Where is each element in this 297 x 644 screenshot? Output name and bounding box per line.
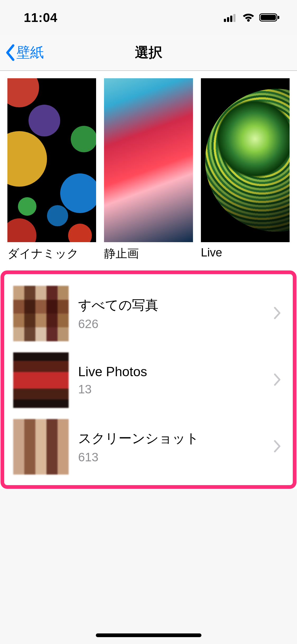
album-row-live-photos[interactable]: Live Photos 13: [7, 350, 290, 416]
album-title: スクリーンショット: [78, 430, 264, 447]
chevron-right-icon: [273, 307, 284, 320]
album-title: Live Photos: [78, 364, 264, 379]
wallpaper-category-label: 静止画: [104, 242, 193, 268]
album-text: すべての写真 626: [78, 296, 264, 331]
battery-icon: [259, 13, 280, 22]
status-icons: [224, 13, 280, 22]
back-button[interactable]: 壁紙: [5, 35, 44, 70]
status-bar: 11:04: [0, 0, 297, 35]
status-time: 11:04: [24, 10, 58, 25]
album-count: 626: [78, 317, 264, 331]
album-count: 613: [78, 450, 264, 464]
page-title: 選択: [135, 43, 162, 62]
wallpaper-category-still[interactable]: 静止画: [104, 78, 193, 268]
svg-rect-0: [224, 19, 226, 22]
nav-bar: 壁紙 選択: [0, 35, 297, 71]
back-label: 壁紙: [16, 43, 44, 62]
album-thumbnail: [13, 419, 69, 475]
album-text: Live Photos 13: [78, 364, 264, 396]
album-count: 13: [78, 382, 264, 396]
album-text: スクリーンショット 613: [78, 430, 264, 464]
svg-rect-6: [278, 16, 279, 19]
wallpaper-thumb-dynamic: [7, 78, 96, 242]
svg-rect-5: [261, 15, 276, 20]
home-indicator[interactable]: [96, 633, 201, 637]
wallpaper-category-label: Live: [201, 242, 290, 265]
album-row-screenshots[interactable]: スクリーンショット 613: [7, 416, 290, 477]
wallpaper-category-live[interactable]: Live: [201, 78, 290, 268]
chevron-right-icon: [273, 440, 284, 454]
svg-rect-1: [227, 17, 229, 22]
wallpaper-category-label: ダイナミック: [7, 242, 96, 268]
album-thumbnail: [13, 352, 69, 408]
album-list-highlight: すべての写真 626 Live Photos 13 スクリーンショット 613: [1, 270, 296, 489]
wallpaper-category-dynamic[interactable]: ダイナミック: [7, 78, 96, 268]
chevron-right-icon: [273, 373, 284, 387]
wallpaper-category-row: ダイナミック 静止画 Live: [0, 71, 297, 270]
svg-rect-3: [233, 14, 235, 22]
wallpaper-thumb-live: [201, 78, 290, 242]
cellular-icon: [224, 13, 238, 22]
album-section: すべての写真 626 Live Photos 13 スクリーンショット 613: [0, 270, 297, 489]
wallpaper-thumb-still: [104, 78, 193, 242]
svg-rect-2: [230, 16, 232, 22]
album-row-all-photos[interactable]: すべての写真 626: [7, 283, 290, 350]
album-thumbnail: [13, 286, 69, 341]
chevron-left-icon: [5, 44, 16, 61]
wifi-icon: [242, 13, 255, 22]
album-title: すべての写真: [78, 296, 264, 314]
